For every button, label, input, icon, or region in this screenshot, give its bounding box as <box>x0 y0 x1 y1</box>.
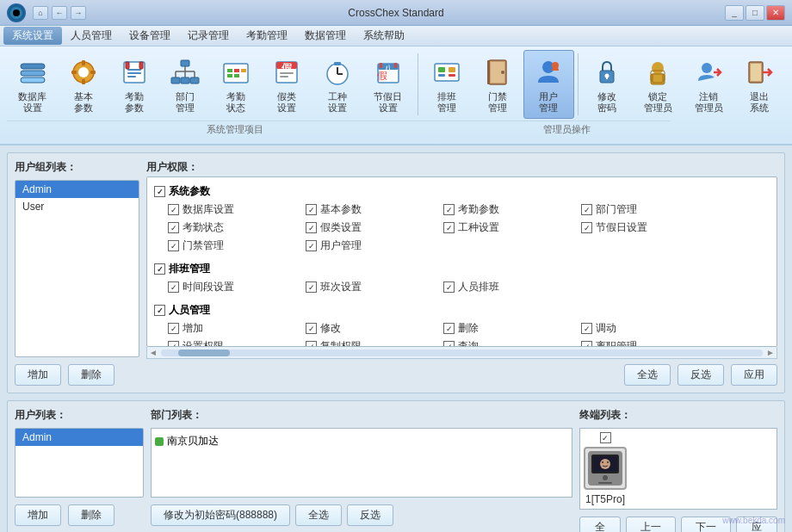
menu-item-system[interactable]: 系统设置 <box>3 27 62 45</box>
toolbar-btn-basic-params[interactable]: 基本参数 <box>58 50 108 119</box>
permissions-title: 用户权限： <box>146 160 777 175</box>
permissions-scroll[interactable]: 系统参数 数据库设置 基本参数 考勤参数 <box>146 176 777 347</box>
dept-item-nanjing[interactable]: 南京贝加达 <box>155 432 568 450</box>
term-next-btn[interactable]: 下一页 <box>681 517 731 532</box>
toolbar-btn-leave-settings[interactable]: 假 假类设置 <box>261 50 312 119</box>
perm-query-checkbox[interactable] <box>443 341 455 347</box>
perm-item-leave: 假类设置 <box>306 220 443 235</box>
scrollbar-thumb[interactable] <box>178 350 230 356</box>
svg-point-2 <box>13 9 20 16</box>
dept-mgmt-icon <box>168 55 202 90</box>
toolbar-btn-change-pwd[interactable]: 修改密码 <box>582 50 633 119</box>
scroll-right-btn[interactable]: ► <box>764 348 777 357</box>
dept-invert-btn[interactable]: 反选 <box>347 504 393 526</box>
perm-add-checkbox[interactable] <box>168 323 179 334</box>
svg-rect-50 <box>449 67 455 72</box>
svg-rect-41 <box>334 62 341 65</box>
toolbar-btn-dept-mgmt[interactable]: 部门管理 <box>159 50 210 119</box>
nav-forward-btn[interactable]: → <box>71 6 86 20</box>
db-icon <box>15 55 50 90</box>
perm-invert-btn[interactable]: 反选 <box>678 364 724 386</box>
perm-door-checkbox[interactable] <box>168 240 179 251</box>
term-apply-btn[interactable]: 应用 <box>736 517 777 532</box>
user-group-add-btn[interactable]: 增加 <box>15 364 61 386</box>
user-delete-btn[interactable]: 删除 <box>68 504 114 526</box>
toolbar-btn-worktime-settings[interactable]: 工种设置 <box>312 50 362 119</box>
svg-rect-3 <box>21 64 45 69</box>
permissions-panel: 用户权限： 系统参数 数据库设置 基本参 <box>146 160 777 386</box>
menu-item-device[interactable]: 设备管理 <box>121 27 179 45</box>
toolbar-btn-exit-sys[interactable]: 退出系统 <box>734 50 785 119</box>
user-group-item-user[interactable]: User <box>15 198 139 215</box>
toolbar-btn-attend-status[interactable]: 考勤状态 <box>210 50 261 119</box>
toolbar-btn-attend-params[interactable]: 考勤参数 <box>108 50 159 119</box>
dept-select-all-btn[interactable]: 全选 <box>295 504 342 526</box>
perm-item-add: 增加 <box>168 321 306 336</box>
toolbar-btn-shift-mgmt[interactable]: 排班管理 <box>421 50 472 119</box>
maximize-btn[interactable]: □ <box>746 5 764 21</box>
perm-people-checkbox[interactable] <box>154 305 165 316</box>
user-group-delete-btn[interactable]: 删除 <box>68 364 114 386</box>
permissions-scrollbar[interactable]: ◄ ► <box>146 347 777 359</box>
perm-item-set-perm: 设置权限 <box>168 339 306 347</box>
nav-home-btn[interactable]: ⌂ <box>33 6 48 20</box>
perm-edit-checkbox[interactable] <box>306 323 317 334</box>
menu-item-people[interactable]: 人员管理 <box>62 27 121 45</box>
perm-shift-checkbox[interactable] <box>154 263 165 275</box>
perm-db-checkbox[interactable] <box>168 204 179 215</box>
perm-timeslot-checkbox[interactable] <box>168 281 179 293</box>
perm-sys-params-checkbox[interactable] <box>154 186 165 197</box>
dept-tree: 南京贝加达 <box>151 428 572 498</box>
nav-back-btn[interactable]: ← <box>52 6 67 20</box>
dept-list-title: 部门列表： <box>151 408 572 423</box>
perm-select-all-btn[interactable]: 全选 <box>624 364 671 386</box>
perm-leave-checkbox[interactable] <box>306 222 317 233</box>
perm-holiday-checkbox[interactable] <box>581 222 592 233</box>
perm-personnel-shift-checkbox[interactable] <box>443 281 455 293</box>
perm-user-checkbox[interactable] <box>306 240 317 251</box>
user-mgmt-label: 用户管理 <box>539 91 558 114</box>
toolbar-btn-user-mgmt[interactable]: 用户管理 <box>523 50 574 119</box>
perm-resign-checkbox[interactable] <box>581 341 592 347</box>
perm-status-checkbox[interactable] <box>168 222 179 233</box>
perm-classtime-checkbox[interactable] <box>306 281 317 293</box>
svg-rect-5 <box>21 77 45 83</box>
user-list-item-admin[interactable]: Admin <box>15 429 143 446</box>
dept-reset-pwd-btn[interactable]: 修改为初始密码(888888) <box>151 504 290 526</box>
app-icon <box>7 3 26 22</box>
perm-worktime-checkbox[interactable] <box>443 222 455 233</box>
svg-rect-76 <box>598 482 612 484</box>
perm-copy-perm-checkbox[interactable] <box>306 341 317 347</box>
term-prev-btn[interactable]: 上一页 <box>626 517 676 532</box>
menu-item-help[interactable]: 系统帮助 <box>355 27 413 45</box>
toolbar-btn-holiday-settings[interactable]: 八 假 节假日设置 <box>362 50 413 119</box>
user-add-btn[interactable]: 增加 <box>15 504 61 526</box>
perm-transfer-checkbox[interactable] <box>581 323 592 334</box>
toolbar-btn-logout-admin[interactable]: 注销管理员 <box>684 50 734 119</box>
toolbar-btn-door-mgmt[interactable]: 门禁管理 <box>473 50 523 119</box>
menu-item-records[interactable]: 记录管理 <box>179 27 238 45</box>
perm-item-worktime: 工种设置 <box>443 220 581 235</box>
menu-item-data[interactable]: 数据管理 <box>296 27 355 45</box>
svg-rect-36 <box>280 72 294 74</box>
title-bar-left: ⌂ ← → <box>33 6 86 20</box>
perm-dept-checkbox[interactable] <box>581 204 592 215</box>
toolbar-btn-lock-admin[interactable]: 锁定管理员 <box>633 50 684 119</box>
perm-delete-checkbox[interactable] <box>443 323 455 334</box>
svg-rect-15 <box>127 76 136 77</box>
user-group-item-admin[interactable]: Admin <box>15 181 139 198</box>
perm-apply-btn[interactable]: 应用 <box>731 364 777 386</box>
close-btn[interactable]: ✕ <box>766 5 785 21</box>
term-select-all-btn[interactable]: 全选 <box>579 517 621 532</box>
terminal-item-t5pro[interactable]: 1[T5Pro] <box>584 432 627 505</box>
perm-item-user-mgmt: 用户管理 <box>306 238 443 253</box>
menu-item-attendance[interactable]: 考勤管理 <box>238 27 296 45</box>
minimize-btn[interactable]: _ <box>725 5 744 21</box>
svg-rect-13 <box>127 69 141 71</box>
perm-set-perm-checkbox[interactable] <box>168 341 179 347</box>
perm-basic-checkbox[interactable] <box>306 204 317 215</box>
scroll-left-btn[interactable]: ◄ <box>147 348 159 357</box>
toolbar-btn-db-settings[interactable]: 数据库设置 <box>7 50 58 119</box>
terminal-checkbox[interactable] <box>600 432 611 443</box>
perm-attend-checkbox[interactable] <box>443 204 455 215</box>
